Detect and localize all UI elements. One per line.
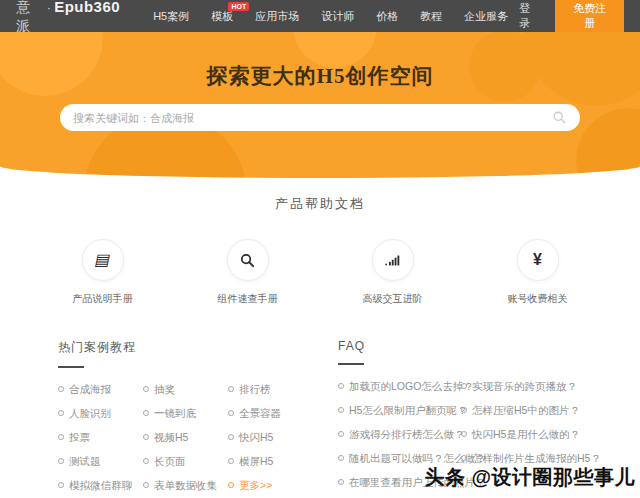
bullet-icon [143, 386, 149, 392]
more-tutorials-link[interactable]: 更多>> [228, 479, 308, 491]
bullet-icon [58, 386, 64, 392]
nav-item-h5cases[interactable]: H5案例 [142, 0, 200, 32]
tutorial-link[interactable]: 全景容器 [228, 407, 308, 419]
tutorial-link[interactable]: 快闪H5 [228, 431, 308, 443]
faq-label: H5怎么限制用户翻页呢？ [349, 404, 467, 416]
bullet-icon [228, 458, 234, 464]
bullet-icon [228, 482, 234, 488]
tutorial-link[interactable]: 长页面 [143, 455, 228, 467]
tutorial-link[interactable]: 人脸识别 [58, 407, 143, 419]
bullet-icon [228, 434, 234, 440]
tutorial-link[interactable]: 测试题 [58, 455, 143, 467]
tutorial-link[interactable]: 表单数据收集 [143, 479, 228, 491]
tutorial-link[interactable]: 合成海报 [58, 383, 143, 395]
free-register-button[interactable]: 免费注册 [555, 0, 624, 36]
tutorial-label: 排行榜 [239, 383, 271, 395]
bullet-icon [143, 458, 149, 464]
help-card-product-manual[interactable]: ▤ 产品说明手册 [30, 239, 175, 306]
faq-link[interactable]: 快闪H5是用什么做的？ [461, 428, 601, 440]
bullet-icon [338, 407, 344, 413]
search-button[interactable] [552, 110, 567, 125]
top-nav-bar: 意派 · Epub360 H5案例 模板 HOT 应用市场 设计师 价格 教程 … [0, 0, 640, 32]
bullet-icon [58, 458, 64, 464]
more-label: 更多>> [239, 479, 272, 491]
faq-link[interactable]: 加载页的LOGO怎么去掉？ [338, 380, 461, 392]
title-underline [338, 363, 364, 365]
title-underline [58, 366, 84, 368]
faq-label: 实现音乐的跨页播放？ [472, 380, 577, 392]
faq-link[interactable]: 怎样压缩H5中的图片？ [461, 404, 601, 416]
help-grid: ▤ 产品说明手册 组件速查手册 [30, 239, 610, 306]
bullet-icon [58, 410, 64, 416]
tutorials-grid: 合成海报 抽奖 排行榜 人脸识别 一镜到底 全景容器 投票 视频H5 快闪H5 … [58, 383, 308, 491]
tutorial-label: 视频H5 [154, 431, 188, 443]
help-card-label: 产品说明手册 [30, 292, 175, 306]
tutorial-label: 抽奖 [154, 383, 175, 395]
bullet-icon [228, 410, 234, 416]
tutorial-label: 表单数据收集 [154, 479, 217, 491]
bullet-icon [338, 479, 344, 485]
faq-link[interactable]: 游戏得分排行榜怎么做？ [338, 428, 461, 440]
tutorial-link[interactable]: 视频H5 [143, 431, 228, 443]
tutorial-label: 一镜到底 [154, 407, 196, 419]
bullet-icon [461, 455, 467, 461]
login-link[interactable]: 登录 [519, 1, 540, 31]
tutorial-link[interactable]: 投票 [58, 431, 143, 443]
signal-bars-icon [384, 252, 401, 269]
help-card-label: 组件速查手册 [175, 292, 320, 306]
tutorial-label: 模拟微信群聊 [69, 479, 132, 491]
help-circle: ¥ [517, 239, 559, 281]
nav-item-marketplace[interactable]: 应用市场 [244, 0, 310, 32]
yen-icon: ¥ [533, 252, 542, 268]
bullet-icon [338, 431, 344, 437]
search-icon [552, 110, 567, 125]
book-icon: ▤ [93, 252, 112, 268]
faq-label: 怎样制作片生成海报的H5？ [472, 452, 601, 464]
nav-item-templates[interactable]: 模板 HOT [200, 0, 244, 32]
logo-cn-text: 意派 [16, 0, 44, 35]
bullet-icon [461, 407, 467, 413]
bullet-icon [338, 455, 344, 461]
tutorial-link[interactable]: 抽奖 [143, 383, 228, 395]
tutorial-link[interactable]: 横屏H5 [228, 455, 308, 467]
help-card-advanced-interaction[interactable]: 高级交互进阶 [320, 239, 465, 306]
help-card-label: 高级交互进阶 [320, 292, 465, 306]
faq-title: FAQ [338, 339, 601, 353]
nav-item-label: 模板 [211, 10, 233, 22]
faq-link[interactable]: 怎样制作片生成海报的H5？ [461, 452, 601, 464]
tutorial-label: 人脸识别 [69, 407, 111, 419]
nav-item-designers[interactable]: 设计师 [310, 0, 365, 32]
bullet-icon [58, 482, 64, 488]
logo-en-text: Epub360 [54, 0, 120, 15]
tutorial-label: 长页面 [154, 455, 186, 467]
nav-item-pricing[interactable]: 价格 [365, 0, 409, 32]
nav-item-enterprise[interactable]: 企业服务 [453, 0, 519, 32]
help-card-account-billing[interactable]: ¥ 账号收费相关 [465, 239, 610, 306]
bullet-icon [461, 431, 467, 437]
search-input[interactable] [73, 112, 552, 124]
nav-item-tutorials[interactable]: 教程 [409, 0, 453, 32]
faq-label: 怎样压缩H5中的图片？ [472, 404, 580, 416]
help-circle [227, 239, 269, 281]
hero-title: 探索更大的H5创作空间 [0, 32, 640, 90]
tutorial-label: 全景容器 [239, 407, 281, 419]
page: 意派 · Epub360 H5案例 模板 HOT 应用市场 设计师 价格 教程 … [0, 0, 640, 498]
help-card-component-reference[interactable]: 组件速查手册 [175, 239, 320, 306]
tutorial-link[interactable]: 一镜到底 [143, 407, 228, 419]
bullet-icon [143, 410, 149, 416]
faq-link[interactable]: 随机出题可以做吗？怎么做？ [338, 452, 461, 464]
faq-label: 游戏得分排行榜怎么做？ [349, 428, 465, 440]
main-nav: H5案例 模板 HOT 应用市场 设计师 价格 教程 企业服务 [142, 0, 519, 32]
bullet-icon [143, 482, 149, 488]
faq-link[interactable]: 实现音乐的跨页播放？ [461, 380, 601, 392]
faq-link[interactable]: H5怎么限制用户翻页呢？ [338, 404, 461, 416]
tutorial-label: 快闪H5 [239, 431, 273, 443]
help-circle: ▤ [82, 239, 124, 281]
bullet-icon [58, 434, 64, 440]
tutorial-link[interactable]: 模拟微信群聊 [58, 479, 143, 491]
tutorial-link[interactable]: 排行榜 [228, 383, 308, 395]
tutorial-label: 测试题 [69, 455, 101, 467]
epub360-logo[interactable]: 意派 · Epub360 [16, 0, 120, 35]
tutorial-label: 合成海报 [69, 383, 111, 395]
hero-banner: 探索更大的H5创作空间 [0, 32, 640, 178]
